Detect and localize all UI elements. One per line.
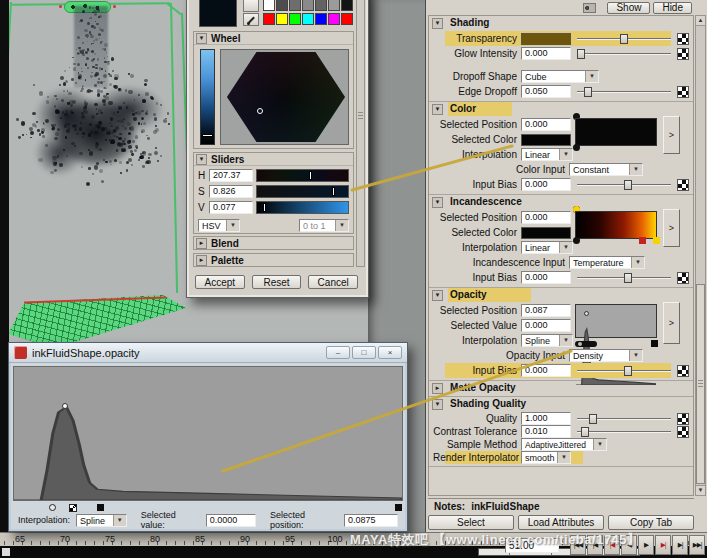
value-slider[interactable]: [256, 201, 349, 214]
key-marker[interactable]: [49, 504, 56, 511]
color-mode-dropdown[interactable]: HSV▼: [198, 219, 240, 232]
input-bias-slider[interactable]: [575, 365, 673, 377]
opacity-ramp-curve-preview[interactable]: [575, 304, 657, 338]
incandescence-section-header[interactable]: ▼Incandescence: [429, 195, 693, 209]
saturation-slider-handle[interactable]: [332, 187, 335, 196]
slider-handle[interactable]: [624, 180, 632, 190]
load-attributes-button[interactable]: Load Attributes: [518, 515, 604, 530]
shading-quality-section-header[interactable]: ▼Shading Quality: [429, 397, 693, 411]
texture-map-button[interactable]: [677, 365, 689, 377]
opacity-ramp-expand-button[interactable]: >: [663, 302, 680, 344]
current-color-swatch[interactable]: [199, 0, 237, 27]
palette-swatch[interactable]: [315, 0, 327, 11]
render-interpolator-dropdown[interactable]: smooth▼: [521, 451, 571, 464]
matte-opacity-section-header[interactable]: ►Matte Opacity: [429, 381, 693, 395]
hue-slider-handle[interactable]: [309, 171, 312, 180]
palette-swatch[interactable]: [276, 13, 288, 25]
edge-dropoff-slider[interactable]: [575, 86, 673, 98]
wheel-section-header[interactable]: ▼ Wheel: [194, 32, 353, 45]
hue-slider[interactable]: [256, 169, 349, 182]
play-backwards-button[interactable]: ◀: [621, 535, 637, 555]
scroll-up-icon[interactable]: ▲: [696, 16, 705, 26]
incandescence-interpolation-dropdown[interactable]: Linear▼: [521, 241, 573, 254]
ramp-key-marker[interactable]: [639, 237, 646, 244]
key-marker[interactable]: [97, 504, 104, 511]
quality-slider[interactable]: [575, 413, 673, 425]
shading-section-header[interactable]: ▼Shading: [429, 16, 693, 30]
ramp-key-marker-selected[interactable]: [573, 144, 580, 151]
sample-method-dropdown[interactable]: AdaptiveJittered▼: [521, 438, 607, 451]
color-wheel-area[interactable]: [220, 49, 349, 145]
value-gradient-bar[interactable]: [200, 49, 215, 145]
selected-value-field[interactable]: 0.0000: [206, 514, 256, 527]
range-dropdown[interactable]: 0 to 1▼: [299, 219, 349, 232]
graph-interpolation-dropdown[interactable]: Spline▼: [76, 514, 127, 527]
palette-swatch[interactable]: [341, 0, 353, 11]
copy-tab-button[interactable]: Copy Tab: [608, 515, 694, 530]
wheel-cursor-icon[interactable]: [257, 108, 263, 114]
saturation-field[interactable]: 0.826: [209, 185, 253, 198]
slider-handle[interactable]: [624, 273, 632, 283]
selected-position-field[interactable]: 0.0875: [344, 514, 398, 527]
edge-dropoff-field[interactable]: 0.050: [521, 85, 571, 98]
palette-swatch[interactable]: [289, 13, 301, 25]
color-picker-tool-button[interactable]: [243, 0, 259, 12]
scroll-down-icon[interactable]: ▼: [696, 485, 705, 495]
attribute-editor-scrollbar[interactable]: ▲ ▼: [695, 15, 706, 496]
curve-peak-marker[interactable]: [584, 311, 589, 316]
ramp-key-marker[interactable]: [653, 237, 660, 244]
palette-swatch[interactable]: [315, 13, 327, 25]
hide-button[interactable]: Hide: [653, 2, 692, 14]
contrast-tolerance-field[interactable]: 0.010: [521, 425, 571, 438]
key-marker-selected[interactable]: [69, 504, 77, 512]
texture-map-button[interactable]: [677, 426, 689, 438]
palette-swatch[interactable]: [289, 0, 301, 11]
opacity-section-header[interactable]: ▼Opacity: [429, 288, 693, 302]
selected-position-field[interactable]: 0.087: [521, 304, 571, 317]
cancel-button[interactable]: Cancel: [308, 275, 358, 289]
transparency-color-swatch[interactable]: [521, 33, 571, 45]
palette-swatch[interactable]: [302, 0, 314, 11]
range-slider-handle[interactable]: [2, 548, 10, 556]
step-forward-key-button[interactable]: ▶|: [655, 535, 671, 555]
selected-color-swatch[interactable]: [521, 134, 571, 146]
palette-swatch[interactable]: [328, 13, 340, 25]
color-input-dropdown[interactable]: Constant▼: [569, 163, 643, 176]
ramp-key-marker-selected[interactable]: [573, 237, 580, 244]
incandescence-ramp[interactable]: [575, 211, 657, 239]
texture-map-button[interactable]: [677, 179, 689, 191]
input-bias-field[interactable]: 0.000: [521, 271, 571, 284]
glow-intensity-slider[interactable]: [575, 48, 673, 60]
step-back-frame-button[interactable]: |◀: [587, 535, 603, 555]
input-bias-field[interactable]: 0.000: [521, 364, 571, 377]
opacity-input-dropdown[interactable]: Density▼: [569, 349, 643, 362]
palette-section-header[interactable]: ► Palette: [194, 254, 353, 267]
input-bias-field[interactable]: 0.000: [521, 178, 571, 191]
show-button[interactable]: Show: [607, 2, 650, 14]
slider-handle[interactable]: [589, 414, 597, 424]
palette-swatch[interactable]: [341, 13, 353, 25]
select-button[interactable]: Select: [428, 515, 514, 530]
color-ramp[interactable]: [575, 118, 657, 146]
incandescence-ramp-expand-button[interactable]: >: [663, 209, 680, 247]
palette-swatch[interactable]: [276, 0, 288, 11]
dropoff-shape-dropdown[interactable]: Cube▼: [521, 70, 599, 83]
color-chooser-scrollbar[interactable]: [356, 0, 365, 267]
key-marker[interactable]: [395, 504, 402, 511]
graph-window-titlebar[interactable]: inkFluidShape.opacity – □ ×: [9, 343, 407, 363]
value-field[interactable]: 0.077: [209, 201, 253, 214]
incandescence-ramp-gradient[interactable]: [575, 211, 657, 239]
selected-position-field[interactable]: 0.000: [521, 211, 571, 224]
close-button[interactable]: ×: [378, 346, 402, 359]
texture-map-button[interactable]: [677, 48, 689, 60]
input-bias-slider[interactable]: [575, 179, 673, 191]
maximize-button[interactable]: □: [352, 346, 376, 359]
sliders-section-header[interactable]: ▼ Sliders: [194, 153, 353, 166]
ramp-key-marker[interactable]: [651, 340, 658, 347]
scrollbar-thumb[interactable]: [696, 284, 705, 484]
go-to-end-button[interactable]: ▶▶|: [689, 535, 705, 555]
minimize-button[interactable]: –: [326, 346, 350, 359]
color-ramp-gradient[interactable]: [575, 118, 657, 146]
ramp-key-marker-selected[interactable]: [575, 341, 597, 347]
input-bias-slider[interactable]: [575, 272, 673, 284]
